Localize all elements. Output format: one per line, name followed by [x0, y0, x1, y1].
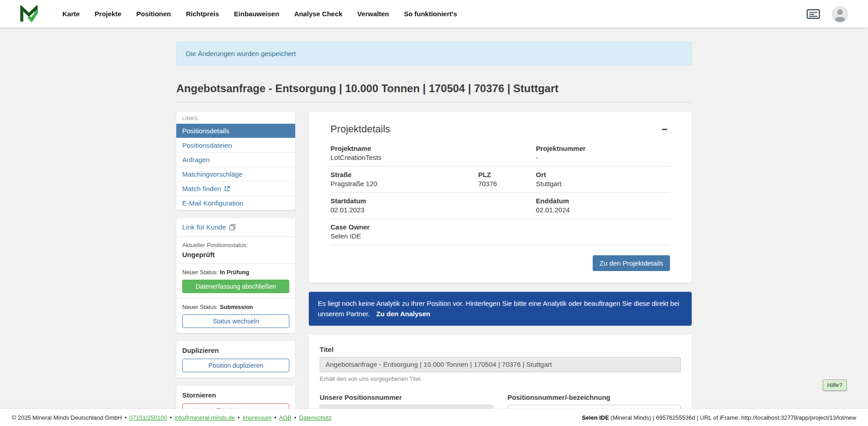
current-status-label: Aktueller Positionsstatus:	[182, 242, 289, 248]
field-projektnummer: Projektnummer -	[536, 145, 670, 161]
duplicate-position-button[interactable]: Position duplizieren	[182, 359, 289, 372]
zu-den-analysen-link[interactable]: Zu den Analysen	[376, 310, 430, 318]
footer-session-info: Selen IDE (Mineral Minds) | 69576255536d…	[582, 414, 856, 421]
footer-agb-link[interactable]: AGB	[279, 414, 291, 421]
switch-status-button[interactable]: Status wechseln	[182, 314, 289, 328]
analytics-banner: Es liegt noch keine Analytik zu Ihrer Po…	[309, 292, 692, 326]
finish-data-entry-button[interactable]: Datenerfassung abschließen	[182, 280, 289, 293]
field-value: 70376	[478, 180, 536, 187]
nav-item-analyse-check[interactable]: Analyse Check	[294, 10, 343, 18]
current-status-value: Ungeprüft	[182, 251, 289, 258]
cancel-title: Stornieren	[182, 391, 289, 399]
footer: © 2025 Mineral Minds Deutschland GmbH • …	[0, 409, 868, 426]
project-details-card: Projektdetails Projektname LotCreationTe…	[309, 112, 692, 283]
field-label: Projektnummer	[536, 145, 670, 152]
collapse-icon[interactable]	[659, 124, 670, 135]
sidebar-item-match-finden[interactable]: Match finden	[176, 181, 295, 196]
sidebar-item-matchingvorschlaege[interactable]: Matchingvorschläge	[176, 167, 295, 181]
footer-session-details: (Mineral Minds) | 69576255536d | URL of …	[611, 414, 856, 421]
nav-item-verwalten[interactable]: Verwalten	[357, 10, 389, 18]
field-value: 02.01.2024	[536, 206, 670, 214]
footer-email-link[interactable]: info@mineral-minds.de	[175, 414, 235, 421]
custom-number-label: Positionsnummer/-bezeichnung	[508, 393, 681, 401]
footer-separator: •	[294, 414, 297, 421]
titel-help: Erhält den von uns vorgegebenen Titel.	[320, 375, 681, 382]
top-navbar: Karte Projekte Positionen Richtpreis Ein…	[0, 0, 868, 28]
field-case-owner: Case Owner Selen IDE	[330, 223, 478, 240]
field-value: Pragstraße 120	[330, 180, 478, 187]
footer-separator: •	[238, 414, 240, 421]
next-status-label: Neuer Status:	[182, 269, 218, 276]
nav-item-so-funktionierts[interactable]: So funktioniert's	[404, 10, 457, 18]
sidebar-item-label: E-Mail Konfiguration	[182, 199, 243, 207]
navbar-right	[807, 6, 848, 22]
field-plz: PLZ 70376	[478, 171, 536, 187]
customer-link[interactable]: Link für Kunde	[182, 223, 236, 231]
next-status-line: Neuer Status: Submission	[182, 304, 289, 310]
sidebar-item-label: Positionsdateien	[182, 141, 232, 149]
app-logo[interactable]	[20, 5, 38, 23]
page-title: Angebotsanfrage - Entsorgung | 10.000 To…	[176, 82, 692, 103]
next-status-line: Neuer Status: In Prüfung	[182, 269, 289, 276]
footer-separator: •	[125, 414, 127, 421]
sidebar-item-email-konfiguration[interactable]: E-Mail Konfiguration	[176, 196, 295, 210]
status-card: Link für Kunde Aktueller Positionsstatus…	[176, 218, 295, 333]
field-value: 02.01.2023	[330, 206, 478, 214]
links-card: LINKS Positionsdetails Positionsdateien …	[176, 112, 295, 210]
sidebar-item-label: Positionsdetails	[182, 127, 229, 135]
sidebar-item-label: Matchingvorschläge	[182, 170, 242, 178]
main-nav: Karte Projekte Positionen Richtpreis Ein…	[62, 10, 457, 18]
links-header: LINKS	[176, 112, 295, 123]
field-ort: Ort Stuttgart	[536, 171, 670, 187]
nav-item-richtpreis[interactable]: Richtpreis	[186, 10, 219, 18]
sidebar-item-anfragen[interactable]: Anfragen	[176, 152, 295, 167]
sidebar-item-positionsdateien[interactable]: Positionsdateien	[176, 138, 295, 152]
field-label: PLZ	[478, 171, 536, 178]
avatar[interactable]	[832, 6, 848, 22]
field-strasse: Straße Pragstraße 120	[330, 171, 478, 187]
sidebar-item-positionsdetails[interactable]: Positionsdetails	[176, 123, 295, 138]
sidebar: LINKS Positionsdetails Positionsdateien …	[176, 112, 295, 426]
customer-link-label: Link für Kunde	[182, 223, 226, 231]
field-label: Straße	[330, 171, 478, 178]
next-status-value: Submission	[220, 304, 253, 310]
field-label: Projektname	[330, 145, 478, 152]
footer-phone-link[interactable]: 07151/250100	[129, 414, 167, 421]
sidebar-item-label: Match finden	[182, 185, 221, 192]
footer-copyright: © 2025 Mineral Minds Deutschland GmbH	[12, 414, 122, 421]
footer-impressum-link[interactable]: Impressum	[242, 414, 271, 421]
field-value: Selen IDE	[330, 232, 478, 240]
footer-user: Selen IDE	[582, 414, 609, 421]
saved-alert: Die Änderungen wurden gespeichert	[176, 42, 692, 66]
field-label: Case Owner	[330, 223, 478, 231]
next-status-value: In Prüfung	[220, 269, 249, 276]
project-row: Straße Pragstraße 120 PLZ 70376 Ort Stut…	[330, 167, 670, 193]
analytics-banner-text: Es liegt noch keine Analytik zu Ihrer Po…	[318, 300, 679, 318]
duplicate-title: Duplizieren	[182, 346, 289, 354]
next-status-label: Neuer Status:	[182, 304, 218, 310]
duplicate-card: Duplizieren Position duplizieren	[176, 341, 295, 378]
terminal-icon[interactable]	[807, 9, 820, 19]
field-value: Stuttgart	[536, 180, 670, 187]
footer-separator: •	[274, 414, 277, 421]
project-row: Case Owner Selen IDE	[330, 219, 670, 245]
project-details-title: Projektdetails	[330, 123, 390, 135]
nav-item-einbauweisen[interactable]: Einbauweisen	[234, 10, 279, 18]
main-column: Projektdetails Projektname LotCreationTe…	[309, 112, 692, 426]
nav-item-positionen[interactable]: Positionen	[137, 10, 171, 18]
footer-separator: •	[170, 414, 172, 421]
field-startdatum: Startdatum 02.01.2023	[330, 197, 478, 214]
page-body: Die Änderungen wurden gespeichert Angebo…	[0, 0, 868, 426]
project-details-button[interactable]: Zu den Projektdetails	[593, 255, 670, 271]
field-label: Startdatum	[330, 197, 478, 205]
help-button[interactable]: Hilfe?	[823, 379, 847, 391]
our-number-label: Unsere Positionsnummer	[320, 393, 493, 401]
titel-input	[320, 357, 681, 372]
nav-item-projekte[interactable]: Projekte	[94, 10, 121, 18]
mineral-minds-logo-icon	[20, 5, 38, 23]
footer-datenschutz-link[interactable]: Datenschutz	[299, 414, 331, 421]
field-projektname: Projektname LotCreationTests	[330, 145, 478, 161]
footer-links: © 2025 Mineral Minds Deutschland GmbH • …	[12, 414, 332, 421]
copy-icon	[229, 224, 236, 230]
nav-item-karte[interactable]: Karte	[62, 10, 80, 18]
